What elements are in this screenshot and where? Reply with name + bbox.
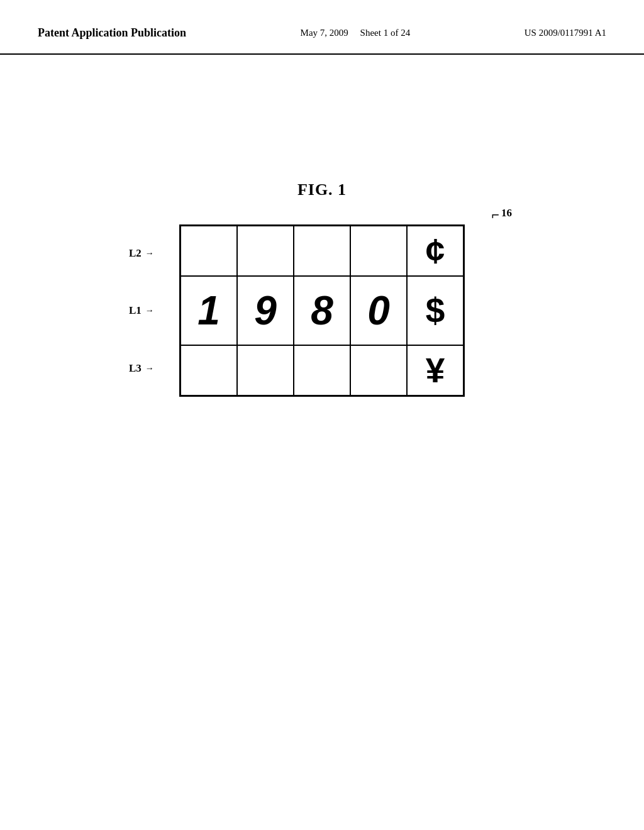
L1-text: L1 <box>129 304 142 317</box>
cell-L1-3: 0 <box>350 276 407 345</box>
header-date: May 7, 2009 <box>301 28 348 38</box>
label-16-number: 16 <box>501 207 512 219</box>
label-L2: L2 → <box>129 247 154 260</box>
header-publication-label: Patent Application Publication <box>38 25 186 41</box>
label-16-container: ⌐ 16 <box>491 207 512 223</box>
row-labels: L2 → L1 → L3 → <box>129 224 154 397</box>
header-pub-number: US 2009/0117991 A1 <box>525 25 606 40</box>
label-L1: L1 → <box>129 304 154 317</box>
cell-L2-2 <box>294 226 350 276</box>
cell-L3-0 <box>180 345 237 396</box>
label-16-bracket-symbol: ⌐ <box>491 207 499 223</box>
cell-L2-3 <box>350 226 407 276</box>
cell-L1-currency: $ <box>407 276 464 345</box>
cell-L3-3 <box>350 345 407 396</box>
cell-L1-0: 1 <box>180 276 237 345</box>
L2-arrow: → <box>145 248 154 258</box>
cell-L3-2 <box>294 345 350 396</box>
L3-text: L3 <box>129 362 142 375</box>
cell-L2-currency: ¢ <box>407 226 464 276</box>
cell-L3-1 <box>237 345 294 396</box>
figure-title: FIG. 1 <box>297 180 347 199</box>
L1-arrow: → <box>145 306 154 316</box>
cell-L3-currency: ¥ <box>407 345 464 396</box>
cell-L2-0 <box>180 226 237 276</box>
display-grid: ¢ 1 9 8 0 $ ¥ <box>179 224 465 397</box>
cell-L2-1 <box>237 226 294 276</box>
label-L3: L3 → <box>129 362 154 375</box>
publication-number: US 2009/0117991 A1 <box>525 28 606 38</box>
main-content: FIG. 1 L2 → L1 → L3 → ¢ <box>0 55 644 397</box>
cell-L1-2: 8 <box>294 276 350 345</box>
L2-text: L2 <box>129 247 142 260</box>
patent-header: Patent Application Publication May 7, 20… <box>0 0 644 55</box>
header-center-info: May 7, 2009 Sheet 1 of 24 <box>301 25 411 40</box>
L3-arrow: → <box>145 363 154 374</box>
header-sheet: Sheet 1 of 24 <box>360 28 411 38</box>
publication-text: Patent Application Publication <box>38 26 186 39</box>
figure-area: L2 → L1 → L3 → ¢ 1 9 8 0 $ <box>179 224 465 397</box>
cell-L1-1: 9 <box>237 276 294 345</box>
